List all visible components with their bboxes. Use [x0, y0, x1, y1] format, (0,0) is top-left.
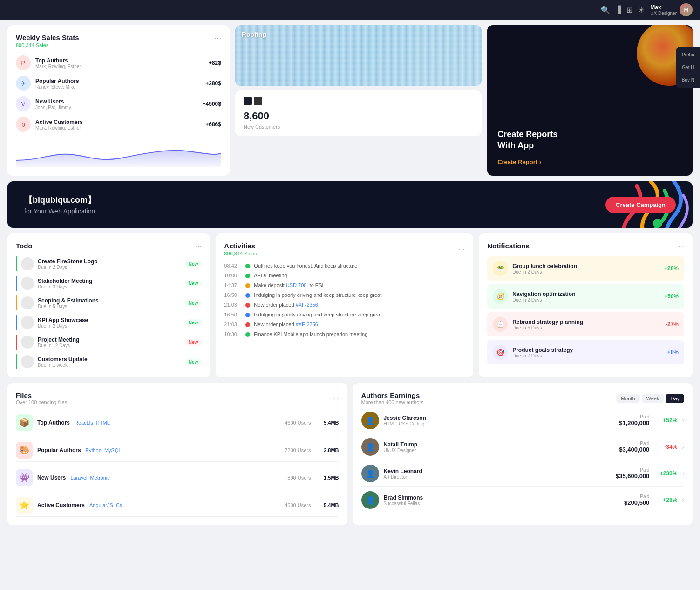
- list-item: 📦 Top Authors ReactJs, HTML 4600 Users 5…: [16, 412, 339, 434]
- authors-title: Authors Earnings: [361, 391, 424, 399]
- todo-card: Todo ⋯ Create FireStone Logo Due In 2 Da…: [7, 233, 210, 377]
- file-icon: 🎨: [16, 442, 33, 459]
- notification-pct: +28%: [664, 265, 679, 272]
- list-item: 21:03 New order placed #XF-2356.: [224, 302, 465, 308]
- period-month-button[interactable]: Month: [616, 394, 640, 403]
- authors-list: 👤 Jessie Clarcson HTML, CSS Coding Paid …: [361, 412, 685, 513]
- create-reports-card: Create ReportsWith App Create Report ›: [487, 25, 693, 176]
- activity-link[interactable]: #XF-2356.: [296, 322, 319, 327]
- list-item: 🥗 Group lunch celebration Due In 2 Days …: [487, 256, 684, 281]
- wave-chart: [16, 139, 221, 167]
- activities-title: Activities: [224, 242, 257, 250]
- list-item: 10:30 Finance KPI Mobile app launch prep…: [224, 331, 465, 337]
- activity-dot: [245, 274, 250, 278]
- list-item: 21:03 New order placed #XF-2356.: [224, 322, 465, 327]
- list-item: Customers Update Due In 1 week New: [16, 354, 202, 369]
- topbar: 🔍 ▐ ⊞ ☀ Max UX Designer M: [0, 0, 700, 20]
- list-item: Create FireStone Logo Due In 2 Days New: [16, 256, 202, 271]
- stat-top-authors: P Top Authors Mark, Rowling, Esther +82$: [16, 55, 221, 70]
- list-item: 16:50 Indulging in poorly driving and ke…: [224, 312, 465, 317]
- status-badge: New: [185, 319, 202, 326]
- list-item: 👤 Jessie Clarcson HTML, CSS Coding Paid …: [361, 412, 685, 433]
- bottom-row-1: Todo ⋯ Create FireStone Logo Due In 2 Da…: [7, 233, 693, 377]
- activity-link[interactable]: #XF-2356.: [296, 302, 319, 308]
- stat-new-users: V New Users John, Pat, Jimmy +4500$: [16, 96, 221, 111]
- files-title: Files: [16, 391, 67, 399]
- avatar[interactable]: M: [680, 3, 693, 16]
- list-item: 10:00 AEOL meeting: [224, 273, 465, 278]
- period-day-button[interactable]: Day: [666, 394, 684, 403]
- side-panel: Prebu Get H Buy N: [676, 47, 700, 88]
- create-campaign-button[interactable]: Create Campaign: [605, 197, 676, 213]
- bottom-row-2: Files Over 100 pending files ⋯ 📦 Top Aut…: [7, 383, 693, 525]
- activity-dot: [245, 283, 250, 288]
- stat-list: P Top Authors Mark, Rowling, Esther +82$…: [16, 55, 221, 132]
- weekly-sales-subtitle: 890,344 Sales: [16, 42, 221, 48]
- notifications-menu[interactable]: ⋯: [678, 242, 684, 249]
- author-arrow-icon[interactable]: ›: [682, 470, 684, 477]
- status-badge: New: [185, 358, 202, 365]
- period-week-button[interactable]: Week: [642, 394, 664, 403]
- main-content: ⋯ Weekly Sales Stats 890,344 Sales P Top…: [0, 20, 700, 531]
- activity-link[interactable]: USD 700.: [286, 282, 308, 288]
- todo-avatar: [21, 355, 34, 368]
- status-badge: New: [185, 339, 202, 346]
- todo-avatar: [21, 277, 34, 290]
- todo-bar: [16, 256, 17, 271]
- user-info: Max UX Designer M: [650, 3, 693, 16]
- list-item: 🎨 Popular Authors Python, MySQL 7200 Use…: [16, 439, 339, 462]
- author-pct: +52%: [654, 417, 677, 424]
- list-item: 16:50 Indulging in poorly driving and ke…: [224, 292, 465, 298]
- author-arrow-icon[interactable]: ›: [682, 496, 684, 504]
- campaign-subtitle: for Your Web Application: [24, 207, 96, 215]
- campaign-title: 【biqubiqu.com】: [24, 194, 96, 206]
- todo-title: Todo: [16, 242, 33, 250]
- activity-dot: [245, 293, 250, 298]
- weekly-sales-menu[interactable]: ⋯: [214, 33, 222, 43]
- side-panel-buy-n[interactable]: Buy N: [679, 75, 697, 84]
- notification-icon: 🥗: [493, 261, 508, 276]
- authors-subtitle: More than 400 new authors: [361, 399, 424, 405]
- user-name: Max: [650, 4, 677, 11]
- status-badge: New: [185, 261, 202, 268]
- notifications-list: 🥗 Group lunch celebration Due In 2 Days …: [487, 256, 684, 364]
- list-item: Project Meeting Due In 12 Days New: [16, 335, 202, 350]
- sun-icon[interactable]: ☀: [638, 6, 645, 14]
- grid-icon[interactable]: ⊞: [626, 6, 632, 14]
- activity-dot: [245, 303, 250, 308]
- list-item: Scoping & Estimations Due In 5 Days New: [16, 295, 202, 310]
- customers-num: 8,600: [244, 110, 473, 122]
- author-arrow-icon[interactable]: ›: [682, 443, 684, 451]
- todo-bar: [16, 295, 17, 310]
- todo-avatar: [21, 296, 34, 309]
- author-avatar: 👤: [361, 438, 379, 456]
- dot-dark: [244, 97, 252, 105]
- notification-pct: +50%: [664, 293, 679, 300]
- author-pct: -34%: [654, 444, 677, 450]
- todo-list: Create FireStone Logo Due In 2 Days New …: [16, 256, 202, 369]
- active-customers-icon: b: [16, 117, 31, 132]
- list-item: 👤 Kevin Leonard Art Director Paid $35,60…: [361, 465, 685, 487]
- notification-pct: -27%: [666, 321, 679, 328]
- notifications-title: Notifications: [487, 242, 530, 250]
- activities-menu[interactable]: ⋯: [459, 246, 465, 253]
- todo-menu[interactable]: ⋯: [196, 242, 202, 249]
- create-report-button[interactable]: Create Report ›: [497, 158, 541, 165]
- list-item: 08:42 Outlines keep you honest. And keep…: [224, 263, 465, 268]
- search-icon[interactable]: 🔍: [601, 6, 610, 14]
- files-menu[interactable]: ⋯: [333, 395, 339, 402]
- roofing-image: [235, 25, 482, 86]
- list-item: 14:37 Make deposit USD 700. to ESL: [224, 282, 465, 288]
- period-buttons: Month Week Day: [616, 394, 684, 403]
- author-arrow-icon[interactable]: ›: [682, 417, 684, 424]
- status-badge: New: [185, 300, 202, 307]
- dot-medium: [254, 97, 262, 105]
- todo-bar: [16, 354, 17, 369]
- author-avatar: 👤: [361, 412, 379, 429]
- notification-icon: 📋: [493, 317, 508, 332]
- side-panel-prebu[interactable]: Prebu: [679, 50, 697, 59]
- customers-label: New Customers: [244, 124, 473, 130]
- list-item: 👾 New Users Laravel, Metronic 890 Users …: [16, 467, 339, 489]
- side-panel-get-h[interactable]: Get H: [679, 63, 697, 72]
- weekly-sales-card: ⋯ Weekly Sales Stats 890,344 Sales P Top…: [7, 25, 230, 176]
